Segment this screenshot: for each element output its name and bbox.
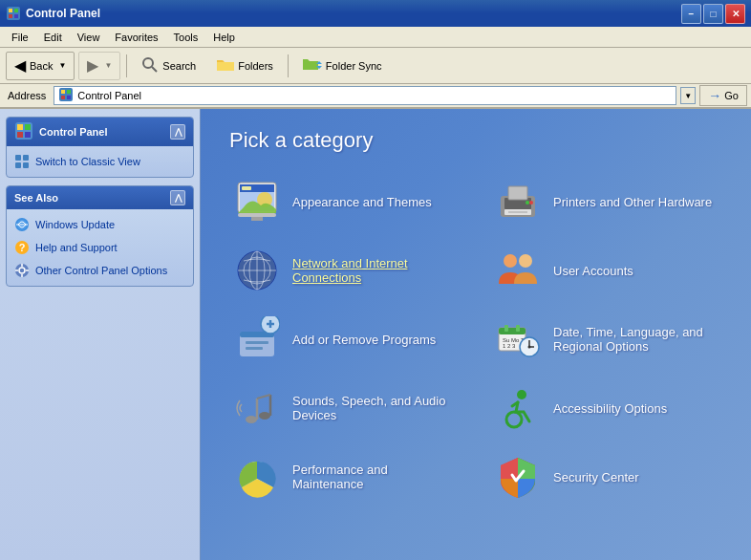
svg-point-5 [143, 58, 153, 68]
maximize-button[interactable]: □ [703, 4, 723, 24]
go-arrow-icon: → [708, 88, 721, 103]
control-panel-header[interactable]: Control Panel ⋀ [7, 118, 193, 146]
menu-edit[interactable]: Edit [36, 30, 70, 45]
address-dropdown-button[interactable]: ▼ [680, 87, 696, 104]
address-label: Address [4, 90, 50, 101]
svg-point-69 [528, 346, 531, 349]
svg-rect-61 [499, 328, 526, 334]
control-panel-label: Control Panel [39, 126, 108, 138]
back-button[interactable]: ◀ Back ▼ [6, 52, 75, 80]
switch-view-link[interactable]: Switch to Classic View [14, 152, 185, 171]
appearance-label: Appearance and Themes [292, 195, 432, 209]
folder-sync-icon [303, 56, 322, 75]
folder-sync-button[interactable]: Folder Sync [294, 52, 391, 80]
see-also-header[interactable]: See Also ⋀ [7, 186, 193, 209]
switch-view-label: Switch to Classic View [35, 156, 140, 167]
category-sounds[interactable]: Sounds, Speech, and Audio Devices [229, 378, 461, 438]
category-performance[interactable]: Performance and Maintenance [229, 447, 461, 506]
svg-rect-15 [17, 132, 23, 138]
menu-file[interactable]: File [4, 30, 36, 45]
category-accounts[interactable]: User Accounts [490, 241, 722, 300]
forward-button[interactable]: ▶ ▼ [78, 52, 120, 80]
menu-tools[interactable]: Tools [166, 30, 206, 45]
performance-icon [233, 453, 281, 501]
help-support-icon: ? [14, 240, 30, 255]
menu-view[interactable]: View [70, 30, 108, 45]
category-printers[interactable]: Printers and Other Hardware [490, 172, 722, 231]
printers-label: Printers and Other Hardware [553, 195, 712, 209]
category-addremove[interactable]: Add or Remove Programs [229, 310, 461, 369]
windows-update-link[interactable]: Windows Update [14, 215, 185, 234]
svg-text:?: ? [19, 242, 26, 253]
svg-rect-43 [508, 211, 527, 213]
svg-rect-16 [25, 132, 31, 138]
other-options-link[interactable]: Other Control Panel Options [14, 261, 185, 280]
control-panel-section: Control Panel ⋀ Switch to Classic View [6, 117, 194, 178]
svg-rect-17 [15, 155, 21, 161]
svg-point-44 [526, 201, 529, 205]
see-also-section: See Also ⋀ Windows Update [6, 185, 194, 287]
svg-line-74 [257, 395, 270, 398]
see-also-collapse-icon[interactable]: ⋀ [170, 190, 185, 205]
category-network[interactable]: Network and Internet Connections [229, 241, 461, 300]
svg-rect-9 [67, 90, 71, 94]
address-bar: Address Control Panel ▼ → Go [0, 84, 751, 109]
content-area: Pick a category Appearance [201, 109, 751, 560]
svg-point-76 [506, 412, 522, 427]
printers-icon [494, 178, 542, 226]
svg-rect-1 [9, 9, 12, 12]
category-accessibility[interactable]: Accessibility Options [490, 378, 722, 438]
svg-rect-41 [508, 186, 527, 200]
collapse-icon[interactable]: ⋀ [170, 124, 185, 140]
sounds-label: Sounds, Speech, and Audio Devices [292, 394, 458, 422]
sounds-icon [233, 384, 281, 432]
menu-help[interactable]: Help [205, 30, 243, 45]
title-text: Control Panel [26, 7, 681, 20]
control-panel-icon [14, 121, 33, 142]
svg-rect-8 [61, 90, 65, 94]
switch-view-icon [14, 154, 30, 169]
close-button[interactable]: ✕ [725, 4, 745, 24]
svg-point-70 [246, 416, 257, 423]
back-label: Back [30, 60, 53, 72]
datetime-label: Date, Time, Language, and Regional Optio… [553, 325, 719, 354]
accessibility-label: Accessibility Options [553, 401, 667, 416]
menu-favorites[interactable]: Favorites [107, 30, 165, 45]
help-support-link[interactable]: ? Help and Support [14, 238, 185, 257]
folders-button[interactable]: Folders [208, 52, 282, 80]
security-icon [494, 453, 542, 501]
separator-1 [126, 54, 127, 77]
address-icon [58, 87, 74, 104]
forward-icon: ▶ [87, 56, 98, 75]
see-also-body: Windows Update ? Help and Support [7, 209, 193, 286]
security-label: Security Center [553, 470, 639, 485]
go-label: Go [724, 90, 739, 101]
svg-rect-10 [61, 96, 65, 99]
svg-point-71 [259, 412, 270, 420]
address-input[interactable]: Control Panel [77, 90, 672, 101]
go-button[interactable]: → Go [699, 85, 747, 106]
other-options-icon [14, 263, 30, 278]
appearance-icon [233, 178, 281, 226]
svg-rect-20 [23, 162, 29, 168]
svg-rect-63 [516, 325, 520, 332]
menu-bar: File Edit View Favorites Tools Help [0, 27, 751, 48]
svg-rect-2 [14, 9, 18, 12]
category-appearance[interactable]: Appearance and Themes [229, 172, 461, 231]
svg-rect-59 [246, 347, 263, 350]
folders-icon [217, 57, 234, 75]
svg-rect-35 [242, 186, 251, 190]
folders-label: Folders [238, 60, 273, 72]
category-security[interactable]: Security Center [490, 447, 722, 506]
toolbar: ◀ Back ▼ ▶ ▼ Search Folders [0, 48, 751, 84]
minimize-button[interactable]: − [681, 4, 701, 24]
network-label: Network and Internet Connections [292, 256, 458, 285]
search-button[interactable]: Search [133, 52, 204, 80]
category-datetime[interactable]: Su Mo Tu 1 2 3 Date, Time, Language, and… [490, 310, 722, 369]
svg-point-75 [517, 390, 526, 399]
svg-rect-19 [15, 162, 21, 168]
address-input-wrap: Control Panel [54, 86, 676, 105]
accounts-label: User Accounts [553, 264, 633, 278]
svg-text:1  2  3: 1 2 3 [503, 343, 516, 349]
windows-update-icon [14, 217, 30, 232]
